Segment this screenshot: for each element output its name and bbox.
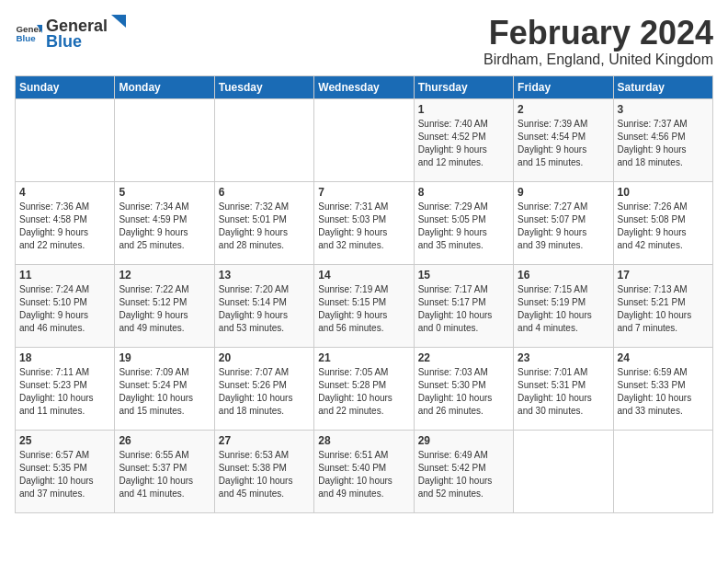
day-number: 9 [518, 186, 609, 199]
title-area: February 2024 Birdham, England, United K… [483, 15, 713, 68]
calendar-day-cell: 2Sunrise: 7:39 AM Sunset: 4:54 PM Daylig… [514, 98, 613, 181]
day-info: Sunrise: 7:13 AM Sunset: 5:21 PM Dayligh… [618, 283, 709, 335]
day-info: Sunrise: 7:39 AM Sunset: 4:54 PM Dayligh… [518, 118, 609, 169]
day-info: Sunrise: 6:51 AM Sunset: 5:40 PM Dayligh… [318, 449, 409, 500]
day-number: 15 [418, 269, 509, 282]
calendar-day-cell: 12Sunrise: 7:22 AM Sunset: 5:12 PM Dayli… [115, 264, 214, 347]
day-info: Sunrise: 7:05 AM Sunset: 5:28 PM Dayligh… [318, 366, 409, 418]
day-number: 11 [19, 269, 110, 282]
day-number: 27 [219, 434, 310, 447]
day-number: 14 [318, 269, 409, 282]
calendar-day-cell [214, 98, 313, 181]
svg-marker-3 [111, 15, 126, 28]
calendar-day-cell: 23Sunrise: 7:01 AM Sunset: 5:31 PM Dayli… [514, 347, 613, 430]
day-number: 24 [618, 351, 709, 364]
logo: General Blue General Blue [15, 15, 126, 52]
day-number: 13 [219, 269, 310, 282]
day-number: 25 [19, 434, 110, 447]
calendar-day-cell: 26Sunrise: 6:55 AM Sunset: 5:37 PM Dayli… [115, 430, 214, 512]
day-info: Sunrise: 7:34 AM Sunset: 4:59 PM Dayligh… [119, 201, 210, 252]
day-of-week-header: Friday [514, 75, 613, 98]
calendar-day-cell: 9Sunrise: 7:27 AM Sunset: 5:07 PM Daylig… [514, 181, 613, 264]
svg-text:Blue: Blue [17, 33, 37, 43]
day-number: 2 [518, 103, 609, 116]
logo-arrow-icon [109, 15, 126, 31]
logo-icon: General Blue [15, 19, 42, 47]
calendar-table: SundayMondayTuesdayWednesdayThursdayFrid… [15, 75, 713, 513]
calendar-week-row: 11Sunrise: 7:24 AM Sunset: 5:10 PM Dayli… [16, 264, 713, 347]
day-info: Sunrise: 7:26 AM Sunset: 5:08 PM Dayligh… [618, 201, 709, 252]
calendar-day-cell: 27Sunrise: 6:53 AM Sunset: 5:38 PM Dayli… [214, 430, 313, 512]
day-number: 26 [119, 434, 210, 447]
day-info: Sunrise: 6:55 AM Sunset: 5:37 PM Dayligh… [119, 449, 210, 500]
day-number: 28 [318, 434, 409, 447]
page-header: General Blue General Blue February 2024 … [15, 15, 713, 68]
calendar-week-row: 25Sunrise: 6:57 AM Sunset: 5:35 PM Dayli… [16, 430, 713, 512]
day-info: Sunrise: 7:40 AM Sunset: 4:52 PM Dayligh… [418, 118, 509, 169]
day-number: 10 [618, 186, 709, 199]
calendar-day-cell: 6Sunrise: 7:32 AM Sunset: 5:01 PM Daylig… [214, 181, 313, 264]
calendar-day-cell: 8Sunrise: 7:29 AM Sunset: 5:05 PM Daylig… [414, 181, 513, 264]
day-number: 20 [219, 351, 310, 364]
day-info: Sunrise: 7:03 AM Sunset: 5:30 PM Dayligh… [418, 366, 509, 418]
day-info: Sunrise: 7:27 AM Sunset: 5:07 PM Dayligh… [518, 201, 609, 252]
calendar-day-cell: 1Sunrise: 7:40 AM Sunset: 4:52 PM Daylig… [414, 98, 513, 181]
calendar-week-row: 1Sunrise: 7:40 AM Sunset: 4:52 PM Daylig… [16, 98, 713, 181]
calendar-day-cell: 3Sunrise: 7:37 AM Sunset: 4:56 PM Daylig… [613, 98, 712, 181]
calendar-day-cell: 24Sunrise: 6:59 AM Sunset: 5:33 PM Dayli… [613, 347, 712, 430]
calendar-day-cell: 19Sunrise: 7:09 AM Sunset: 5:24 PM Dayli… [115, 347, 214, 430]
day-number: 6 [219, 186, 310, 199]
location-text: Birdham, England, United Kingdom [483, 52, 713, 68]
calendar-day-cell: 20Sunrise: 7:07 AM Sunset: 5:26 PM Dayli… [214, 347, 313, 430]
calendar-day-cell: 11Sunrise: 7:24 AM Sunset: 5:10 PM Dayli… [16, 264, 115, 347]
day-number: 1 [418, 103, 509, 116]
day-of-week-header: Thursday [414, 75, 513, 98]
day-info: Sunrise: 6:59 AM Sunset: 5:33 PM Dayligh… [618, 366, 709, 418]
day-number: 29 [418, 434, 509, 447]
day-number: 7 [318, 186, 409, 199]
day-number: 8 [418, 186, 509, 199]
day-info: Sunrise: 7:19 AM Sunset: 5:15 PM Dayligh… [318, 283, 409, 335]
calendar-day-cell: 5Sunrise: 7:34 AM Sunset: 4:59 PM Daylig… [115, 181, 214, 264]
day-info: Sunrise: 7:11 AM Sunset: 5:23 PM Dayligh… [19, 366, 110, 418]
day-number: 5 [119, 186, 210, 199]
day-info: Sunrise: 7:07 AM Sunset: 5:26 PM Dayligh… [219, 366, 310, 418]
day-of-week-header: Monday [115, 75, 214, 98]
day-info: Sunrise: 7:01 AM Sunset: 5:31 PM Dayligh… [518, 366, 609, 418]
calendar-day-cell: 25Sunrise: 6:57 AM Sunset: 5:35 PM Dayli… [16, 430, 115, 512]
day-info: Sunrise: 7:31 AM Sunset: 5:03 PM Dayligh… [318, 201, 409, 252]
day-number: 4 [19, 186, 110, 199]
day-info: Sunrise: 6:53 AM Sunset: 5:38 PM Dayligh… [219, 449, 310, 500]
day-number: 22 [418, 351, 509, 364]
calendar-day-cell: 15Sunrise: 7:17 AM Sunset: 5:17 PM Dayli… [414, 264, 513, 347]
day-info: Sunrise: 6:49 AM Sunset: 5:42 PM Dayligh… [418, 449, 509, 500]
day-number: 21 [318, 351, 409, 364]
calendar-day-cell: 16Sunrise: 7:15 AM Sunset: 5:19 PM Dayli… [514, 264, 613, 347]
calendar-week-row: 18Sunrise: 7:11 AM Sunset: 5:23 PM Dayli… [16, 347, 713, 430]
day-info: Sunrise: 7:20 AM Sunset: 5:14 PM Dayligh… [219, 283, 310, 335]
day-info: Sunrise: 7:22 AM Sunset: 5:12 PM Dayligh… [119, 283, 210, 335]
calendar-day-cell: 21Sunrise: 7:05 AM Sunset: 5:28 PM Dayli… [314, 347, 414, 430]
calendar-day-cell: 13Sunrise: 7:20 AM Sunset: 5:14 PM Dayli… [214, 264, 313, 347]
calendar-day-cell: 10Sunrise: 7:26 AM Sunset: 5:08 PM Dayli… [613, 181, 712, 264]
calendar-day-cell: 22Sunrise: 7:03 AM Sunset: 5:30 PM Dayli… [414, 347, 513, 430]
day-number: 12 [119, 269, 210, 282]
day-info: Sunrise: 6:57 AM Sunset: 5:35 PM Dayligh… [19, 449, 110, 500]
day-number: 3 [618, 103, 709, 116]
day-number: 18 [19, 351, 110, 364]
day-info: Sunrise: 7:36 AM Sunset: 4:58 PM Dayligh… [19, 201, 110, 252]
day-info: Sunrise: 7:15 AM Sunset: 5:19 PM Dayligh… [518, 283, 609, 335]
calendar-day-cell [115, 98, 214, 181]
calendar-day-cell: 29Sunrise: 6:49 AM Sunset: 5:42 PM Dayli… [414, 430, 513, 512]
day-info: Sunrise: 7:37 AM Sunset: 4:56 PM Dayligh… [618, 118, 709, 169]
day-of-week-header: Saturday [613, 75, 712, 98]
day-number: 17 [618, 269, 709, 282]
day-info: Sunrise: 7:32 AM Sunset: 5:01 PM Dayligh… [219, 201, 310, 252]
calendar-day-cell [16, 98, 115, 181]
month-title: February 2024 [483, 15, 713, 52]
calendar-week-row: 4Sunrise: 7:36 AM Sunset: 4:58 PM Daylig… [16, 181, 713, 264]
day-info: Sunrise: 7:09 AM Sunset: 5:24 PM Dayligh… [119, 366, 210, 418]
day-of-week-header: Tuesday [214, 75, 313, 98]
day-info: Sunrise: 7:17 AM Sunset: 5:17 PM Dayligh… [418, 283, 509, 335]
day-of-week-header: Sunday [16, 75, 115, 98]
